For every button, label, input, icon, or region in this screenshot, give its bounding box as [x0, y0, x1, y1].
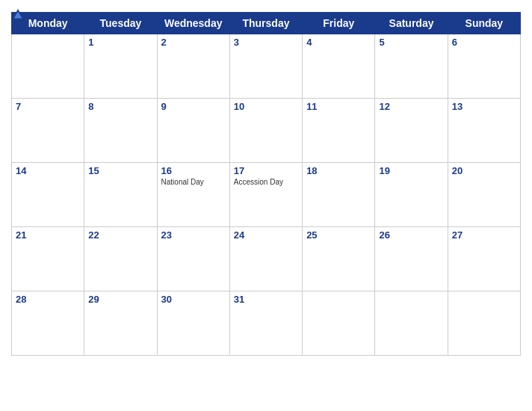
calendar-cell: 12: [375, 99, 448, 163]
calendar-cell: 14: [12, 163, 84, 227]
calendar-cell: 23: [157, 227, 229, 291]
calendar-cell: 10: [229, 99, 302, 163]
day-number: 16: [161, 165, 226, 176]
calendar-cell: 11: [303, 99, 375, 163]
calendar-cell: 15: [84, 163, 157, 227]
calendar-cell: 7: [12, 99, 84, 163]
weekday-header-row: MondayTuesdayWednesdayThursdayFridaySatu…: [12, 13, 521, 34]
day-number: 30: [161, 294, 226, 305]
calendar-cell: 5: [375, 34, 448, 99]
day-number: 12: [379, 101, 443, 112]
calendar-cell: 26: [375, 227, 448, 291]
calendar-table: MondayTuesdayWednesdayThursdayFridaySatu…: [11, 12, 521, 356]
calendar-cell: 1: [84, 34, 157, 99]
calendar-cell: 18: [303, 163, 375, 227]
day-number: 5: [379, 37, 443, 48]
day-number: 10: [234, 101, 298, 112]
calendar-cell: 4: [303, 34, 375, 99]
day-number: 18: [306, 165, 371, 176]
calendar-container: MondayTuesdayWednesdayThursdayFridaySatu…: [0, 0, 532, 411]
calendar-cell: 6: [448, 34, 520, 99]
calendar-cell: 24: [229, 227, 302, 291]
calendar-cell: 29: [84, 291, 157, 356]
calendar-cell: [375, 291, 448, 356]
day-number: 19: [379, 165, 443, 176]
day-number: 8: [88, 101, 152, 112]
day-number: 11: [306, 101, 371, 112]
calendar-cell: 13: [448, 99, 520, 163]
day-number: 29: [88, 294, 152, 305]
day-number: 23: [161, 229, 226, 241]
calendar-cell: 28: [12, 291, 84, 356]
day-number: 27: [452, 229, 516, 241]
day-number: 7: [16, 101, 80, 112]
day-number: 15: [88, 165, 152, 176]
day-number: 21: [16, 229, 80, 241]
calendar-week-row: 141516National Day17Accession Day181920: [12, 163, 521, 227]
day-number: 25: [306, 229, 371, 241]
logo: [11, 7, 26, 21]
weekday-header-wednesday: Wednesday: [157, 13, 229, 34]
calendar-week-row: 78910111213: [12, 99, 521, 163]
day-number: 4: [306, 37, 371, 48]
weekday-header-thursday: Thursday: [229, 13, 302, 34]
calendar-cell: 25: [303, 227, 375, 291]
calendar-cell: 2: [157, 34, 229, 99]
holiday-name: National Day: [161, 178, 226, 186]
calendar-week-row: 21222324252627: [12, 227, 521, 291]
calendar-cell: [448, 291, 520, 356]
holiday-name: Accession Day: [234, 178, 298, 186]
day-number: 1: [88, 37, 152, 48]
day-number: 14: [16, 165, 80, 176]
calendar-cell: [303, 291, 375, 356]
day-number: 24: [234, 229, 298, 241]
day-number: 31: [234, 294, 298, 305]
day-number: 20: [452, 165, 516, 176]
day-number: 28: [16, 294, 80, 305]
calendar-cell: 27: [448, 227, 520, 291]
calendar-cell: 19: [375, 163, 448, 227]
logo-blue: [11, 7, 26, 21]
weekday-header-saturday: Saturday: [375, 13, 448, 34]
weekday-header-sunday: Sunday: [448, 13, 520, 34]
calendar-cell: 3: [229, 34, 302, 99]
calendar-cell: 22: [84, 227, 157, 291]
calendar-cell: 8: [84, 99, 157, 163]
calendar-cell: 21: [12, 227, 84, 291]
day-number: 9: [161, 101, 226, 112]
calendar-cell: 17Accession Day: [229, 163, 302, 227]
day-number: 2: [161, 37, 226, 48]
day-number: 26: [379, 229, 443, 241]
calendar-cell: 20: [448, 163, 520, 227]
logo-icon: [11, 7, 25, 21]
calendar-cell: 9: [157, 99, 229, 163]
calendar-week-row: 28293031: [12, 291, 521, 356]
day-number: 13: [452, 101, 516, 112]
day-number: 6: [452, 37, 516, 48]
day-number: 22: [88, 229, 152, 241]
calendar-cell: 30: [157, 291, 229, 356]
weekday-header-friday: Friday: [303, 13, 375, 34]
calendar-cell: 31: [229, 291, 302, 356]
day-number: 17: [234, 165, 298, 176]
day-number: 3: [234, 37, 298, 48]
weekday-header-tuesday: Tuesday: [84, 13, 157, 34]
calendar-week-row: 123456: [12, 34, 521, 99]
calendar-cell: [12, 34, 84, 99]
calendar-cell: 16National Day: [157, 163, 229, 227]
